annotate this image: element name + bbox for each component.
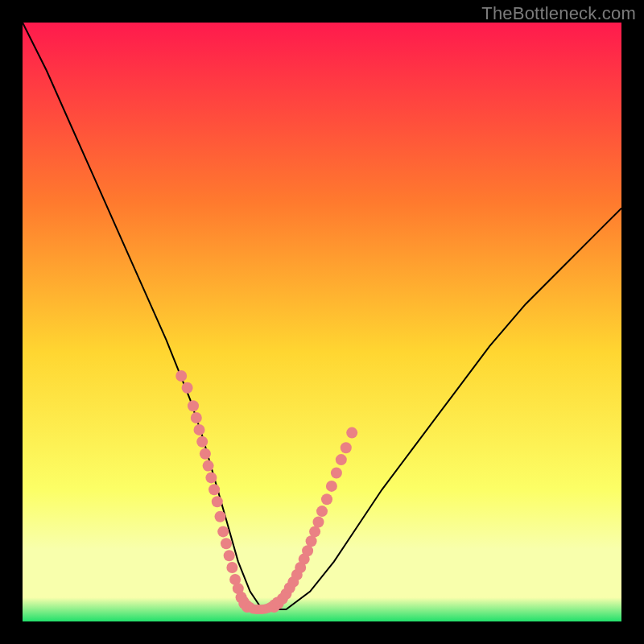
marker-dot xyxy=(208,484,220,495)
marker-dot xyxy=(191,412,202,423)
marker-dot xyxy=(188,400,199,411)
marker-dot xyxy=(221,538,232,549)
marker-dot xyxy=(306,535,317,547)
marker-dot xyxy=(313,517,324,528)
marker-dot xyxy=(224,550,235,561)
marker-dot xyxy=(321,493,332,505)
marker-dot xyxy=(200,448,211,460)
marker-dot xyxy=(316,506,328,517)
marker-dot xyxy=(226,562,237,573)
marker-dot xyxy=(331,468,342,479)
marker-dot xyxy=(302,545,313,556)
marker-dot xyxy=(341,442,352,453)
marker-dot xyxy=(336,454,347,465)
marker-dot xyxy=(205,472,217,483)
marker-dot xyxy=(309,526,320,537)
marker-dot xyxy=(182,382,193,394)
marker-dot xyxy=(175,370,187,382)
marker-dot xyxy=(326,481,337,492)
gradient-background xyxy=(23,23,621,621)
marker-dot xyxy=(272,597,282,606)
marker-dot xyxy=(215,511,226,522)
marker-dot xyxy=(196,436,208,448)
marker-dot xyxy=(194,424,205,436)
chart-plot-area xyxy=(23,23,621,621)
marker-dot xyxy=(217,526,229,537)
outer-frame: TheBottleneck.com xyxy=(0,0,644,644)
chart-svg xyxy=(23,23,621,621)
marker-dot xyxy=(203,460,214,472)
marker-dot xyxy=(212,496,223,507)
watermark-text: TheBottleneck.com xyxy=(481,3,636,24)
marker-dot xyxy=(346,427,357,439)
